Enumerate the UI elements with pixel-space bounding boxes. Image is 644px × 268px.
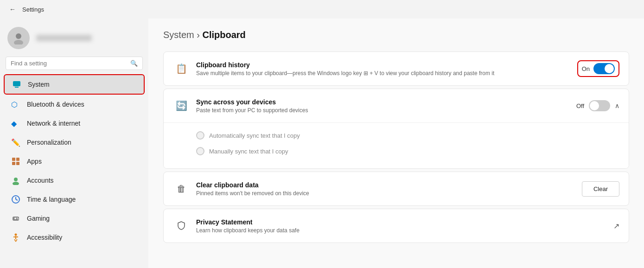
title-bar-title: Settings [22, 6, 44, 13]
svg-point-11 [14, 178, 18, 181]
sidebar-items-container: System ⬡ Bluetooth & devices ◆ Network &… [0, 74, 148, 247]
system-icon [12, 80, 21, 89]
search-input[interactable] [11, 60, 127, 67]
svg-point-21 [15, 234, 17, 236]
sidebar-item-label: Personalization [27, 139, 71, 146]
breadcrumb-separator: › [197, 30, 202, 40]
sync-icon: 🔄 [173, 97, 190, 114]
shield-icon [173, 217, 190, 234]
auto-sync-label: Automatically sync text that I copy [209, 132, 300, 139]
manual-sync-option[interactable]: Manually sync text that I copy [196, 143, 619, 159]
manual-sync-label: Manually sync text that I copy [209, 148, 288, 155]
toggle-off-label: Off [576, 102, 584, 109]
title-bar: ← Settings [0, 0, 644, 19]
sync-toggle[interactable] [589, 100, 610, 111]
sidebar-item-time[interactable]: Time & language [4, 190, 145, 209]
svg-point-20 [18, 218, 19, 219]
personalization-icon: ✏️ [11, 138, 20, 147]
clipboard-history-toggle-wrapper: On [577, 60, 619, 77]
main-layout: 🔍 System ⬡ Bluetooth & devices ◆ Network… [0, 19, 644, 268]
svg-text:✏️: ✏️ [11, 138, 20, 147]
back-button[interactable]: ← [7, 4, 18, 15]
sidebar-item-accounts[interactable]: Accounts [4, 171, 145, 190]
clear-data-subtitle: Pinned items won't be removed on this de… [196, 190, 582, 197]
svg-rect-2 [13, 81, 20, 86]
sidebar-item-network[interactable]: ◆ Network & internet [4, 114, 145, 133]
sidebar-item-label: Network & internet [27, 120, 80, 127]
username-blur [36, 35, 92, 41]
sidebar-item-personalization[interactable]: ✏️ Personalization [4, 133, 145, 152]
breadcrumb: System › Clipboard [163, 30, 629, 40]
toggle-on-label: On [582, 65, 590, 72]
sidebar-item-system[interactable]: System [4, 74, 145, 95]
auto-sync-radio[interactable] [196, 131, 204, 140]
sidebar-item-label: Time & language [27, 196, 76, 203]
sidebar-item-gaming[interactable]: Gaming [4, 209, 145, 228]
sync-chevron[interactable]: ∧ [615, 102, 619, 109]
sidebar-item-label: System [28, 81, 50, 88]
manual-sync-radio[interactable] [196, 147, 204, 155]
sidebar-item-label: Accessibility [27, 234, 62, 241]
svg-rect-8 [16, 158, 19, 161]
privacy-title: Privacy Statement [196, 218, 613, 226]
sidebar-item-apps[interactable]: Apps [4, 152, 145, 171]
sync-expanded: Automatically sync text that I copy Manu… [164, 123, 629, 168]
sidebar: 🔍 System ⬡ Bluetooth & devices ◆ Network… [0, 19, 148, 268]
clear-data-card: 🗑 Clear clipboard data Pinned items won'… [163, 172, 629, 206]
clipboard-history-toggle[interactable] [593, 63, 615, 74]
clear-icon: 🗑 [173, 180, 190, 197]
clear-button[interactable]: Clear [582, 181, 619, 197]
accounts-icon [11, 176, 20, 185]
sidebar-item-accessibility[interactable]: Accessibility [4, 228, 145, 247]
external-link-icon[interactable]: ↗ [613, 222, 619, 230]
clipboard-history-title: Clipboard history [196, 61, 577, 69]
svg-point-0 [16, 33, 21, 39]
sync-devices-card: 🔄 Sync across your devices Paste text fr… [163, 89, 629, 169]
sidebar-profile [0, 22, 148, 57]
svg-line-24 [14, 239, 16, 242]
sync-devices-row: 🔄 Sync across your devices Paste text fr… [164, 89, 629, 123]
apps-icon [11, 157, 20, 166]
bluetooth-icon: ⬡ [11, 100, 20, 109]
avatar [7, 27, 30, 49]
gaming-icon [11, 214, 20, 223]
sync-devices-subtitle: Paste text from your PC to supported dev… [196, 107, 576, 114]
privacy-subtitle: Learn how clipboard keeps your data safe [196, 227, 613, 234]
clear-data-row: 🗑 Clear clipboard data Pinned items won'… [164, 172, 629, 205]
svg-rect-9 [12, 162, 15, 165]
time-icon [11, 195, 20, 204]
network-icon: ◆ [11, 119, 20, 128]
sidebar-search-box[interactable]: 🔍 [6, 57, 143, 70]
search-icon: 🔍 [130, 60, 138, 67]
clipboard-history-row: 📋 Clipboard history Save multiple items … [164, 52, 629, 85]
svg-line-15 [16, 199, 18, 200]
svg-rect-10 [16, 162, 19, 165]
clipboard-history-card: 📋 Clipboard history Save multiple items … [163, 51, 629, 86]
auto-sync-option[interactable]: Automatically sync text that I copy [196, 128, 619, 143]
svg-point-1 [14, 40, 23, 45]
page-title: Clipboard [202, 30, 245, 40]
content-area: System › Clipboard 📋 Clipboard history S… [148, 19, 644, 268]
sidebar-item-bluetooth[interactable]: ⬡ Bluetooth & devices [4, 95, 145, 114]
svg-point-12 [13, 182, 19, 185]
sidebar-item-label: Bluetooth & devices [27, 101, 84, 108]
clipboard-icon: 📋 [173, 60, 190, 77]
accessibility-icon [11, 233, 20, 242]
svg-point-19 [17, 217, 18, 218]
clipboard-history-subtitle: Save multiple items to your clipboard—pr… [196, 70, 577, 77]
svg-text:⬡: ⬡ [11, 101, 18, 108]
sidebar-item-label: Accounts [27, 177, 54, 184]
svg-text:◆: ◆ [11, 120, 17, 128]
privacy-statement-row: Privacy Statement Learn how clipboard ke… [164, 209, 629, 242]
privacy-statement-card: Privacy Statement Learn how clipboard ke… [163, 209, 629, 243]
svg-rect-7 [12, 158, 15, 161]
sidebar-item-label: Gaming [27, 215, 50, 222]
settings-sections: 📋 Clipboard history Save multiple items … [163, 51, 629, 243]
svg-rect-3 [15, 87, 19, 88]
clear-data-title: Clear clipboard data [196, 181, 582, 189]
breadcrumb-parent: System [163, 30, 194, 40]
svg-line-25 [16, 239, 17, 242]
sync-devices-title: Sync across your devices [196, 98, 576, 106]
sidebar-item-label: Apps [27, 158, 42, 165]
